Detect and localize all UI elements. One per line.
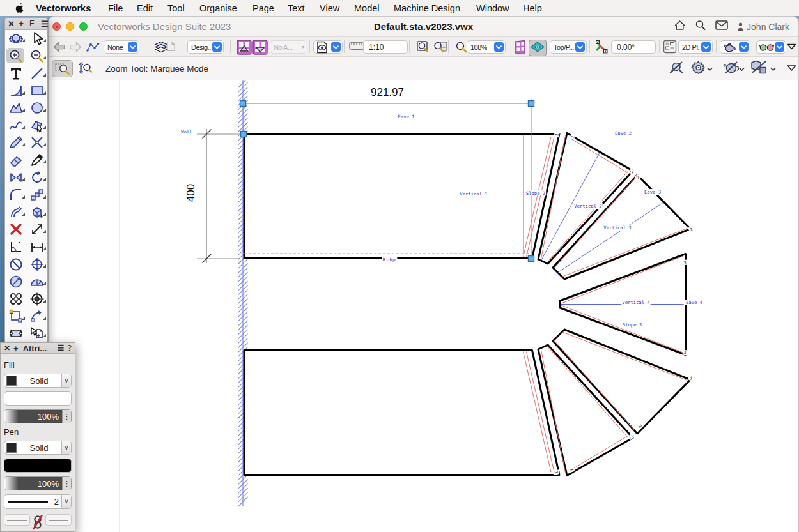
line-tool[interactable]: [26, 65, 47, 82]
frame-tool[interactable]: [5, 308, 26, 325]
close-window-button[interactable]: [52, 22, 61, 31]
rectangle-tool[interactable]: [26, 82, 47, 99]
unified-view-selected[interactable]: [529, 40, 547, 56]
hamburger-icon[interactable]: ☰: [41, 19, 49, 29]
magnifier-slash-icon[interactable]: [669, 60, 685, 77]
menu-window[interactable]: Window: [476, 3, 509, 13]
fill-style-chevron[interactable]: ˅: [61, 374, 71, 387]
delete-tool[interactable]: [5, 221, 26, 238]
menu-view[interactable]: View: [320, 3, 339, 13]
class-combo-chevron[interactable]: [128, 42, 137, 52]
back-icon[interactable]: [52, 41, 66, 53]
design-layer-combo[interactable]: Desig...: [187, 40, 224, 54]
plus-icon[interactable]: +: [13, 344, 19, 353]
eyedropper-tool[interactable]: [26, 151, 47, 169]
wall-bottom-icon[interactable]: [252, 40, 268, 55]
menu-help[interactable]: Help: [523, 3, 542, 13]
flyover-tool[interactable]: [5, 30, 26, 47]
zoom-in-tool[interactable]: [5, 47, 26, 65]
gear-icon[interactable]: [690, 60, 706, 77]
pen-style-chevron[interactable]: ˅: [61, 441, 71, 454]
reshape-tool[interactable]: [26, 117, 47, 134]
rotation-field[interactable]: 0.00°: [611, 40, 656, 54]
zoom-window-button[interactable]: [79, 22, 88, 31]
plane-combo-chevron[interactable]: [701, 42, 711, 52]
user-account[interactable]: John Clark: [737, 22, 789, 32]
fill-style-combo[interactable]: Solid ˅: [4, 374, 72, 388]
duplicate-tool[interactable]: [26, 325, 47, 342]
interactive-zoom-mode-button[interactable]: [74, 60, 95, 77]
help-icon[interactable]: ?: [67, 344, 72, 353]
fillet-tool[interactable]: [5, 186, 26, 203]
class-combo[interactable]: None: [104, 40, 139, 54]
drawing-canvas[interactable]: 921.97400112223332211WallEave 1Vertical …: [49, 80, 799, 532]
no-symbol-tool[interactable]: [5, 255, 26, 273]
line-end-marker[interactable]: [45, 514, 72, 526]
clip-cube-chevron-icon[interactable]: [770, 64, 776, 73]
visibility-chevron[interactable]: [331, 42, 341, 52]
layer-scale-icon[interactable]: [349, 41, 364, 51]
marquee-zoom-mode-button[interactable]: [52, 60, 73, 77]
toolbar-collapse-icon[interactable]: [787, 43, 796, 50]
glasses-chevron[interactable]: [775, 42, 784, 52]
line-weight-combo[interactable]: 2 ˅: [4, 494, 72, 509]
fill-opacity-slider[interactable]: 100% ⋮: [4, 409, 72, 423]
render-chevron[interactable]: [739, 42, 749, 52]
apple-icon[interactable]: [15, 3, 24, 13]
line-weight-chevron[interactable]: ˅: [61, 495, 71, 508]
saved-views-icon[interactable]: [86, 42, 100, 52]
pen-opacity-slider[interactable]: 100% ⋮: [4, 476, 72, 490]
selection-tool[interactable]: [26, 30, 47, 47]
center-mark-tool[interactable]: [26, 255, 47, 273]
hamburger-icon[interactable]: ☰: [58, 344, 65, 353]
window-panes-icon[interactable]: [513, 40, 527, 55]
rotate-tool[interactable]: [26, 169, 47, 186]
trim-tool[interactable]: [26, 134, 47, 151]
minimize-window-button[interactable]: [66, 22, 74, 31]
close-icon[interactable]: ✕: [4, 344, 10, 353]
text-tool[interactable]: [5, 65, 26, 82]
menu-model[interactable]: Model: [354, 3, 380, 13]
menu-edit[interactable]: Edit: [137, 3, 153, 13]
tape-measure-tool[interactable]: [26, 221, 47, 238]
polyline-tool[interactable]: [5, 117, 26, 134]
pen-opacity-menu[interactable]: ⋮: [62, 477, 71, 490]
extrude-tool[interactable]: [26, 204, 47, 221]
zoom-objects-icon[interactable]: [433, 40, 449, 53]
menu-file[interactable]: File: [108, 3, 123, 13]
search-icon[interactable]: [695, 20, 706, 33]
fill-color-bar[interactable]: [4, 391, 72, 406]
menu-tool[interactable]: Tool: [167, 3, 185, 13]
menu-organise[interactable]: Organise: [199, 3, 237, 13]
pen-opacity-track[interactable]: 100%: [4, 477, 62, 490]
render-chevron-icon[interactable]: [739, 64, 745, 73]
mirror-tool[interactable]: [5, 169, 26, 186]
line-start-marker[interactable]: [4, 514, 30, 526]
modebar-collapse-icon[interactable]: [787, 64, 796, 73]
app-name[interactable]: Vectorworks: [36, 3, 91, 13]
visibility-icon[interactable]: [316, 41, 328, 54]
arc-tool[interactable]: [5, 82, 26, 99]
close-icon[interactable]: ✕: [8, 19, 15, 29]
jump-tool[interactable]: [26, 308, 47, 325]
forward-icon[interactable]: [68, 41, 82, 53]
ellipse-tool[interactable]: [26, 100, 47, 117]
render-teapot-icon[interactable]: [723, 42, 737, 53]
render-slash-icon[interactable]: [723, 60, 740, 77]
grid-settings-icon[interactable]: [663, 40, 677, 54]
locus-tool[interactable]: [26, 290, 47, 307]
fill-opacity-menu[interactable]: ⋮: [62, 410, 71, 423]
zoom-page-icon[interactable]: [416, 40, 430, 53]
plane-combo[interactable]: 2D Pl...: [678, 40, 713, 54]
polygon-tool[interactable]: [5, 100, 26, 117]
view-combo-chevron[interactable]: [575, 42, 585, 52]
zoom-out-tool[interactable]: [26, 47, 47, 65]
compass-tool[interactable]: [5, 273, 26, 290]
mail-icon[interactable]: [715, 20, 728, 33]
eraser-tool[interactable]: [5, 151, 26, 169]
corner-tool[interactable]: [5, 238, 26, 255]
pen-style-combo[interactable]: Solid ˅: [4, 441, 72, 455]
clip-cube-slash-icon[interactable]: [750, 60, 769, 77]
menu-text[interactable]: Text: [288, 3, 305, 13]
menu-page[interactable]: Page: [252, 3, 274, 13]
